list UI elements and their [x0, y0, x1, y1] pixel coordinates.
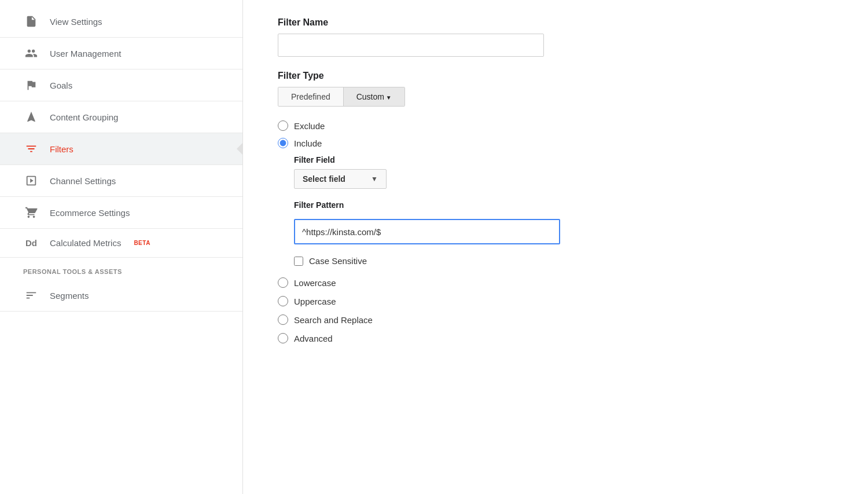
cart-icon	[23, 206, 39, 219]
filter-pattern-section: Filter Pattern	[294, 200, 833, 244]
filter-field-section: Filter Field Select field ▼	[294, 155, 833, 189]
include-label: Include	[294, 138, 322, 148]
advanced-radio-item[interactable]: Advanced	[278, 333, 833, 343]
search-replace-label: Search and Replace	[294, 315, 373, 325]
advanced-label: Advanced	[294, 334, 333, 343]
channel-icon	[23, 174, 39, 187]
exclude-label: Exclude	[294, 121, 325, 131]
main-content: Filter Name Filter Type Predefined Custo…	[243, 0, 868, 494]
other-options-radio-group: Lowercase Uppercase Search and Replace A…	[278, 277, 833, 343]
sidebar-item-channel-settings-label: Channel Settings	[50, 176, 116, 186]
users-icon	[23, 47, 39, 60]
filter-type-tabs: Predefined Custom	[278, 87, 405, 107]
case-sensitive-item[interactable]: Case Sensitive	[294, 256, 833, 266]
uppercase-label: Uppercase	[294, 297, 336, 306]
include-radio-item[interactable]: Include	[278, 138, 833, 148]
personal-tools-header: PERSONAL TOOLS & ASSETS	[0, 258, 242, 280]
tab-predefined[interactable]: Predefined	[278, 87, 344, 106]
case-sensitive-label: Case Sensitive	[309, 256, 367, 266]
case-sensitive-checkbox[interactable]	[294, 257, 303, 266]
sidebar-item-channel-settings[interactable]: Channel Settings	[0, 165, 242, 197]
lowercase-radio[interactable]	[278, 277, 288, 288]
sidebar-item-goals[interactable]: Goals	[0, 69, 242, 101]
file-icon	[23, 15, 39, 28]
exclude-radio-item[interactable]: Exclude	[278, 120, 833, 131]
lowercase-radio-item[interactable]: Lowercase	[278, 277, 833, 288]
filter-type-section: Filter Type Predefined Custom	[278, 71, 833, 107]
sidebar-item-user-management[interactable]: User Management	[0, 38, 242, 69]
sidebar: View Settings User Management Goals Cont…	[0, 0, 243, 494]
lowercase-label: Lowercase	[294, 278, 336, 288]
flag-icon	[23, 79, 39, 92]
sidebar-item-user-management-label: User Management	[50, 49, 121, 58]
select-field-label: Select field	[303, 174, 345, 184]
select-field-dropdown[interactable]: Select field ▼	[294, 169, 387, 189]
sidebar-item-content-grouping-label: Content Grouping	[50, 112, 118, 122]
chevron-down-icon: ▼	[371, 175, 378, 183]
filter-pattern-input[interactable]	[294, 219, 560, 244]
sidebar-item-filters[interactable]: Filters	[0, 133, 242, 165]
search-replace-radio[interactable]	[278, 314, 288, 325]
filter-name-input[interactable]	[278, 34, 544, 57]
segments-icon	[23, 289, 39, 302]
sidebar-item-ecommerce-settings[interactable]: Ecommerce Settings	[0, 197, 242, 229]
sidebar-item-goals-label: Goals	[50, 80, 72, 90]
filter-type-radio-group: Exclude Include	[278, 120, 833, 148]
include-radio[interactable]	[278, 138, 288, 148]
tab-custom[interactable]: Custom	[344, 87, 404, 106]
filter-pattern-label: Filter Pattern	[294, 200, 833, 210]
sidebar-item-filters-label: Filters	[50, 144, 73, 154]
sidebar-item-calculated-metrics-label: Calculated Metrics	[50, 238, 121, 248]
filter-type-label: Filter Type	[278, 71, 833, 81]
sidebar-item-segments-label: Segments	[50, 291, 89, 301]
sidebar-item-view-settings-label: View Settings	[50, 17, 102, 27]
dd-icon: Dd	[23, 238, 39, 248]
sidebar-item-content-grouping[interactable]: Content Grouping	[0, 101, 242, 133]
sidebar-item-view-settings[interactable]: View Settings	[0, 6, 242, 38]
beta-badge: BETA	[134, 240, 150, 246]
search-replace-radio-item[interactable]: Search and Replace	[278, 314, 833, 325]
advanced-radio[interactable]	[278, 333, 288, 343]
filter-field-label: Filter Field	[294, 155, 833, 164]
sidebar-item-segments[interactable]: Segments	[0, 280, 242, 312]
exclude-radio[interactable]	[278, 120, 288, 131]
filter-icon	[23, 142, 39, 155]
sidebar-item-calculated-metrics[interactable]: Dd Calculated Metrics BETA	[0, 229, 242, 258]
content-icon	[23, 111, 39, 123]
sidebar-item-ecommerce-settings-label: Ecommerce Settings	[50, 208, 130, 218]
filter-name-label: Filter Name	[278, 17, 833, 28]
uppercase-radio-item[interactable]: Uppercase	[278, 296, 833, 306]
uppercase-radio[interactable]	[278, 296, 288, 306]
